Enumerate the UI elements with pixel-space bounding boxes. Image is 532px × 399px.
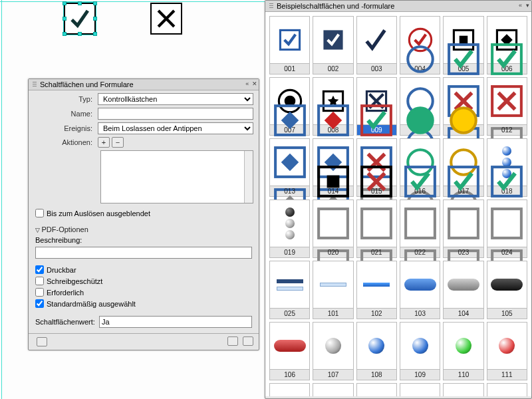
panel-title: Schaltflächen und Formulare bbox=[40, 80, 134, 88]
sample-caption: 002 bbox=[313, 63, 352, 74]
canvas-checkbox-checked[interactable] bbox=[64, 3, 96, 35]
sample-cell-022[interactable]: 022 bbox=[400, 200, 440, 258]
sample-thumb bbox=[313, 17, 352, 63]
svg-rect-52 bbox=[449, 209, 478, 238]
sample-cell-112[interactable]: 112 bbox=[269, 383, 310, 396]
type-label: Typ: bbox=[34, 95, 98, 103]
panel-minimize-icon[interactable]: « bbox=[245, 80, 249, 87]
panel-title-bar[interactable]: Beispielschaltflächen und -formulare bbox=[265, 1, 531, 12]
sample-cell-025[interactable]: 025 bbox=[269, 261, 310, 319]
required-checkbox[interactable]: Erforderlich bbox=[35, 288, 135, 297]
trash-icon[interactable] bbox=[243, 336, 253, 346]
svg-rect-43 bbox=[319, 209, 348, 238]
panel-title: Beispielschaltflächen und -formulare bbox=[277, 2, 394, 10]
sample-cell-013[interactable]: 013 bbox=[269, 138, 310, 197]
sample-thumb bbox=[313, 323, 352, 369]
sample-cell-101[interactable]: 101 bbox=[313, 261, 353, 319]
sample-cell-108[interactable]: 108 bbox=[356, 322, 397, 380]
printable-checkbox[interactable]: Druckbar bbox=[35, 265, 135, 274]
description-input[interactable] bbox=[35, 247, 252, 259]
sample-thumb bbox=[487, 384, 527, 396]
sample-cell-114[interactable]: 114 bbox=[356, 383, 397, 396]
sample-caption: 108 bbox=[357, 369, 396, 380]
sample-thumb bbox=[270, 200, 309, 247]
scrollbar[interactable] bbox=[244, 151, 253, 203]
grip-icon bbox=[269, 3, 273, 9]
svg-rect-46 bbox=[362, 209, 391, 238]
remove-action-button[interactable]: − bbox=[112, 137, 124, 148]
sample-cell-105[interactable]: 105 bbox=[487, 261, 527, 319]
sample-thumb bbox=[357, 384, 396, 396]
sample-cell-107[interactable]: 107 bbox=[313, 322, 353, 380]
sample-cell-019[interactable]: 019 bbox=[269, 200, 310, 258]
sample-cell-111[interactable]: 111 bbox=[487, 322, 527, 380]
sample-thumb bbox=[270, 139, 309, 186]
readonly-checkbox[interactable]: Schreibgeschützt bbox=[35, 277, 144, 285]
sample-caption: 106 bbox=[270, 369, 309, 380]
sample-cell-103[interactable]: 103 bbox=[400, 261, 440, 319]
buttons-and-forms-panel: «✕ Schaltflächen und Formulare Typ:Kontr… bbox=[28, 78, 259, 350]
grip-icon bbox=[33, 82, 37, 88]
sample-cell-110[interactable]: 110 bbox=[443, 322, 483, 380]
sample-thumb bbox=[357, 261, 396, 308]
sample-cell-020[interactable]: 020 bbox=[313, 200, 353, 258]
sample-thumb bbox=[270, 323, 309, 369]
sample-caption: 003 bbox=[357, 63, 396, 74]
sample-caption: 107 bbox=[313, 369, 352, 380]
sample-thumb bbox=[444, 323, 483, 369]
sample-caption: 025 bbox=[270, 308, 309, 319]
sample-thumb bbox=[313, 261, 352, 308]
sample-thumb bbox=[444, 261, 483, 308]
sample-thumb bbox=[357, 200, 396, 247]
sample-cell-102[interactable]: 102 bbox=[356, 261, 397, 319]
hidden-until-trigger-checkbox[interactable]: Bis zum Auslösen ausgeblendet bbox=[35, 209, 150, 217]
sample-cell-002[interactable]: 002 bbox=[313, 16, 353, 74]
sample-caption: 110 bbox=[444, 369, 483, 380]
sample-caption: 102 bbox=[357, 308, 396, 319]
svg-point-11 bbox=[408, 47, 433, 72]
sample-caption: 105 bbox=[487, 308, 527, 319]
name-input[interactable] bbox=[98, 108, 253, 120]
convert-icon[interactable] bbox=[227, 336, 238, 346]
button-value-input[interactable] bbox=[99, 316, 252, 328]
sample-caption: 019 bbox=[270, 247, 309, 257]
sample-cell-104[interactable]: 104 bbox=[443, 261, 483, 319]
sample-cell-109[interactable]: 109 bbox=[400, 322, 440, 380]
sample-cell-106[interactable]: 106 bbox=[269, 322, 310, 380]
event-select[interactable]: Beim Loslassen oder Antippen bbox=[98, 122, 253, 134]
add-action-button[interactable]: + bbox=[98, 137, 110, 148]
sample-thumb bbox=[270, 384, 309, 396]
panel-menu-icon[interactable]: ▾ bbox=[526, 2, 529, 9]
sample-thumb bbox=[400, 384, 440, 396]
svg-rect-49 bbox=[406, 209, 435, 238]
preview-icon[interactable] bbox=[37, 337, 47, 346]
sample-thumb bbox=[487, 78, 527, 124]
sample-cell-003[interactable]: 003 bbox=[356, 16, 397, 74]
canvas-checkbox-cross[interactable] bbox=[150, 3, 182, 35]
sample-cell-117[interactable]: 117 bbox=[487, 383, 527, 396]
type-select[interactable]: Kontrollkästchen bbox=[98, 93, 253, 105]
sample-cell-116[interactable]: 116 bbox=[443, 383, 483, 396]
description-label: Beschreibung: bbox=[35, 236, 252, 244]
sample-cell-024[interactable]: 024 bbox=[487, 200, 527, 258]
sample-thumb bbox=[487, 323, 527, 369]
sample-thumb bbox=[444, 384, 483, 396]
sample-cell-023[interactable]: 023 bbox=[443, 200, 483, 258]
default-selected-checkbox[interactable]: Standardmäßig ausgewählt bbox=[35, 299, 144, 308]
name-label: Name: bbox=[34, 110, 98, 118]
actions-list[interactable] bbox=[100, 150, 253, 203]
sample-thumb bbox=[357, 323, 396, 369]
panel-minimize-icon[interactable]: « bbox=[519, 2, 522, 9]
panel-close-icon[interactable]: ✕ bbox=[252, 80, 257, 87]
sample-cell-012[interactable]: 012 bbox=[487, 77, 527, 136]
sample-thumb bbox=[487, 261, 527, 308]
sample-cell-001[interactable]: 001 bbox=[269, 16, 310, 74]
pdf-options-section[interactable]: PDF-Optionen bbox=[35, 225, 252, 233]
panel-title-bar[interactable]: Schaltflächen und Formulare bbox=[29, 79, 259, 90]
sample-cell-115[interactable]: 115 bbox=[400, 383, 440, 396]
sample-thumb bbox=[400, 323, 440, 369]
sample-cell-021[interactable]: 021 bbox=[356, 200, 397, 258]
sample-caption: 001 bbox=[270, 63, 309, 74]
sample-cell-113[interactable]: 113 bbox=[313, 383, 353, 396]
svg-rect-42 bbox=[327, 176, 340, 188]
